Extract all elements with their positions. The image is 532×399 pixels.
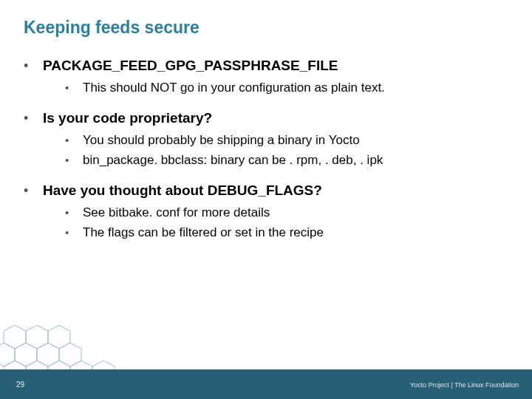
slide: Keeping feeds secure • PACKAGE_FEED_GPG_… — [0, 0, 532, 399]
bullet-icon: • — [65, 81, 83, 95]
bullet-icon: • — [24, 111, 43, 126]
sub-item: • See bitbake. conf for more details — [65, 205, 508, 222]
svg-marker-1 — [26, 325, 48, 349]
sub-item: • This should NOT go in your configurati… — [65, 80, 508, 97]
sub-list: • See bitbake. conf for more details • T… — [24, 205, 508, 242]
svg-marker-0 — [4, 325, 26, 349]
bullet-icon: • — [65, 153, 83, 168]
bullet-item: • PACKAGE_FEED_GPG_PASSPHRASE_FILE • Thi… — [24, 58, 508, 97]
bullet-text: Is your code proprietary? — [43, 110, 212, 126]
sub-item: • You should probably be shipping a bina… — [65, 132, 508, 149]
sub-item: • The flags can be filtered or set in th… — [65, 225, 508, 242]
svg-marker-6 — [59, 343, 81, 366]
sub-text: The flags can be filtered or set in the … — [83, 225, 324, 242]
sub-text: You should probably be shipping a binary… — [83, 132, 360, 149]
bullet-text: PACKAGE_FEED_GPG_PASSPHRASE_FILE — [43, 58, 338, 74]
bullet-icon: • — [65, 205, 83, 220]
sub-list: • This should NOT go in your configurati… — [24, 80, 508, 97]
bullet-icon: • — [24, 58, 43, 74]
bullet-icon: • — [65, 225, 83, 240]
page-number: 29 — [16, 381, 24, 389]
bullet-item: • Is your code proprietary? • You should… — [24, 110, 508, 169]
footer-text: Yocto Project | The Linux Foundation — [410, 381, 519, 389]
sub-text: See bitbake. conf for more details — [83, 205, 270, 222]
slide-content: • PACKAGE_FEED_GPG_PASSPHRASE_FILE • Thi… — [24, 58, 508, 255]
bullet-icon: • — [65, 133, 83, 148]
bullet-list: • PACKAGE_FEED_GPG_PASSPHRASE_FILE • Thi… — [24, 58, 508, 242]
bullet-icon: • — [24, 183, 43, 199]
svg-marker-4 — [15, 343, 37, 366]
sub-text: bin_package. bbclass: binary can be . rp… — [83, 152, 383, 169]
sub-list: • You should probably be shipping a bina… — [24, 132, 508, 169]
sub-text: This should NOT go in your configuration… — [83, 80, 385, 97]
svg-marker-5 — [37, 343, 59, 366]
svg-marker-3 — [0, 343, 15, 366]
sub-item: • bin_package. bbclass: binary can be . … — [65, 152, 508, 169]
slide-title: Keeping feeds secure — [24, 18, 200, 38]
bullet-text: Have you thought about DEBUG_FLAGS? — [43, 183, 322, 199]
bullet-item: • Have you thought about DEBUG_FLAGS? • … — [24, 183, 508, 242]
svg-marker-2 — [48, 325, 70, 349]
